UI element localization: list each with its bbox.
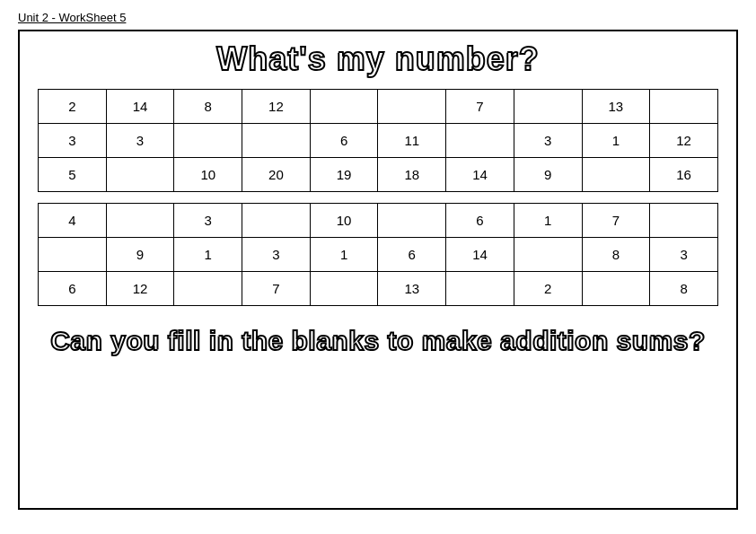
grid1-cell-0-8[interactable]: 13 [582, 90, 650, 124]
grid2-cell-0-2[interactable]: 3 [174, 204, 242, 238]
grid1-cell-1-2[interactable] [174, 124, 242, 158]
grid1-cell-1-6[interactable] [446, 124, 514, 158]
grid1-cell-2-7[interactable]: 9 [514, 158, 582, 192]
grid1-section: 21481271333611311251020191814916 [38, 89, 718, 192]
grid2-cell-2-0[interactable]: 6 [39, 272, 107, 306]
grid2-cell-0-0[interactable]: 4 [39, 204, 107, 238]
worksheet-container: What's my number? 2148127133361131125102… [18, 30, 738, 510]
grid2-cell-1-6[interactable]: 14 [446, 238, 514, 272]
grid1-cell-0-1[interactable]: 14 [106, 90, 174, 124]
grid1-cell-2-4[interactable]: 19 [310, 158, 378, 192]
grid2-section: 431061791316148361271328 [38, 203, 718, 306]
grid1-table: 21481271333611311251020191814916 [38, 89, 718, 192]
page-header: Unit 2 - WorkSheet 5 [0, 0, 756, 30]
grid1-cell-1-9[interactable]: 12 [650, 124, 718, 158]
grid2-cell-0-3[interactable] [242, 204, 311, 238]
grid1-cell-2-0[interactable]: 5 [39, 158, 107, 192]
grid2-cell-2-4[interactable] [310, 272, 378, 306]
grid1-cell-1-1[interactable]: 3 [106, 124, 174, 158]
grid2-cell-1-4[interactable]: 1 [310, 238, 378, 272]
grid2-cell-2-7[interactable]: 2 [514, 272, 582, 306]
grid1-cell-0-5[interactable] [378, 90, 446, 124]
grid1-cell-1-3[interactable] [242, 124, 311, 158]
grid1-cell-0-4[interactable] [310, 90, 378, 124]
grid2-cell-1-9[interactable]: 3 [650, 238, 718, 272]
grid2-cell-1-1[interactable]: 9 [106, 238, 174, 272]
grid2-cell-0-1[interactable] [106, 204, 174, 238]
grid2-cell-0-6[interactable]: 6 [446, 204, 514, 238]
grid2-cell-1-2[interactable]: 1 [174, 238, 242, 272]
grid2-cell-0-7[interactable]: 1 [514, 204, 582, 238]
grid2-cell-2-9[interactable]: 8 [650, 272, 718, 306]
grid1-cell-1-7[interactable]: 3 [514, 124, 582, 158]
grid1-cell-0-2[interactable]: 8 [174, 90, 242, 124]
grid2-cell-2-3[interactable]: 7 [242, 272, 311, 306]
worksheet-subtitle: Can you fill in the blanks to make addit… [50, 326, 706, 356]
grid2-cell-1-0[interactable] [39, 238, 107, 272]
grid1-cell-1-4[interactable]: 6 [310, 124, 378, 158]
grid1-cell-2-9[interactable]: 16 [650, 158, 718, 192]
grid1-cell-2-3[interactable]: 20 [242, 158, 311, 192]
grid2-cell-1-5[interactable]: 6 [378, 238, 446, 272]
grid1-cell-0-9[interactable] [650, 90, 718, 124]
grid2-cell-2-1[interactable]: 12 [106, 272, 174, 306]
grid2-cell-1-3[interactable]: 3 [242, 238, 311, 272]
grid1-cell-2-2[interactable]: 10 [174, 158, 242, 192]
worksheet-title: What's my number? [216, 40, 540, 78]
grid2-cell-1-8[interactable]: 8 [582, 238, 650, 272]
grid2-cell-2-2[interactable] [174, 272, 242, 306]
grid2-cell-2-6[interactable] [446, 272, 514, 306]
grid2-cell-0-5[interactable] [378, 204, 446, 238]
grid2-cell-0-9[interactable] [650, 204, 718, 238]
grid2-cell-0-8[interactable]: 7 [582, 204, 650, 238]
grid1-cell-2-6[interactable]: 14 [446, 158, 514, 192]
grid1-cell-1-5[interactable]: 11 [378, 124, 446, 158]
grid2-cell-1-7[interactable] [514, 238, 582, 272]
header-label: Unit 2 - WorkSheet 5 [18, 11, 126, 24]
grid2-table: 431061791316148361271328 [38, 203, 718, 306]
grid1-cell-2-5[interactable]: 18 [378, 158, 446, 192]
grid1-cell-1-0[interactable]: 3 [39, 124, 107, 158]
grid1-cell-2-1[interactable] [106, 158, 174, 192]
grid2-cell-0-4[interactable]: 10 [310, 204, 378, 238]
grid1-cell-2-8[interactable] [582, 158, 650, 192]
grid2-cell-2-5[interactable]: 13 [378, 272, 446, 306]
grid1-cell-0-0[interactable]: 2 [39, 90, 107, 124]
grid1-cell-0-7[interactable] [514, 90, 582, 124]
grid1-cell-0-3[interactable]: 12 [242, 90, 311, 124]
grid2-cell-2-8[interactable] [582, 272, 650, 306]
grid1-cell-1-8[interactable]: 1 [582, 124, 650, 158]
grid1-cell-0-6[interactable]: 7 [446, 90, 514, 124]
